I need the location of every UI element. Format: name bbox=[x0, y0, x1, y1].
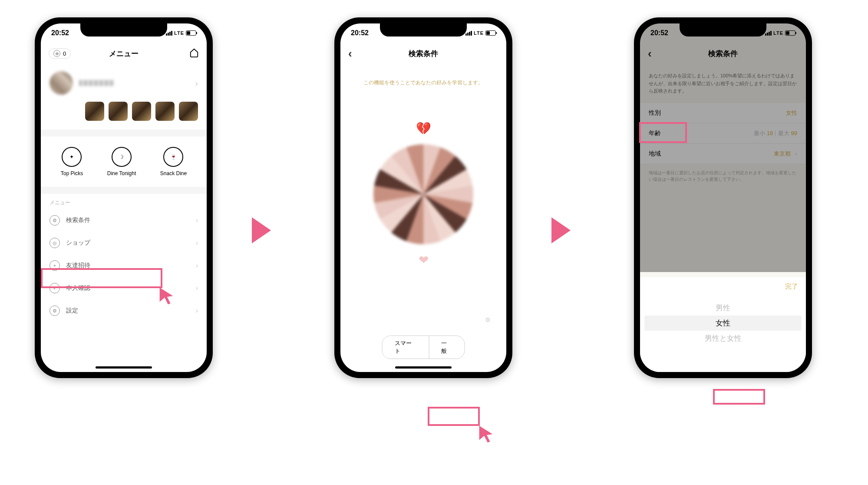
network-label: LTE bbox=[174, 30, 184, 36]
notch bbox=[680, 23, 766, 37]
chevron-right-icon: › bbox=[196, 216, 198, 224]
divider bbox=[41, 187, 207, 194]
menu-label: 友達招待 bbox=[66, 262, 90, 269]
broken-heart-icon[interactable]: 💔 bbox=[340, 121, 506, 136]
arrow-right-icon bbox=[551, 217, 571, 243]
page-title: メニュー bbox=[109, 49, 139, 59]
verify-icon: ✓ bbox=[50, 283, 60, 293]
battery-icon bbox=[186, 30, 196, 36]
notch bbox=[380, 23, 467, 37]
coin-count: 0 bbox=[63, 50, 66, 57]
menu-item-search[interactable]: ⚙ 検索条件 › bbox=[41, 209, 207, 232]
profile-photo[interactable] bbox=[373, 144, 473, 244]
chevron-right-icon: › bbox=[196, 284, 198, 292]
header: ‹ 検索条件 bbox=[340, 43, 506, 64]
battery-icon bbox=[485, 30, 496, 36]
page-title: 検索条件 bbox=[409, 49, 438, 59]
screen-search-smart: 20:52 LTE ‹ 検索条件 この機能を使うことであなたの好みを学習します。… bbox=[340, 23, 506, 372]
dim-overlay[interactable] bbox=[640, 23, 806, 272]
gear-icon: ⚙ bbox=[50, 306, 60, 316]
phone-search-general: 20:52 LTE ‹ 検索条件 あなたの好みを設定しましょう。100%希望に添… bbox=[634, 17, 812, 378]
thumbnail-row bbox=[41, 102, 207, 130]
menu-item-settings[interactable]: ⚙ 設定 › bbox=[41, 299, 207, 322]
screen-search-general: 20:52 LTE ‹ 検索条件 あなたの好みを設定しましょう。100%希望に添… bbox=[640, 23, 806, 372]
action-label: Dine Tonight bbox=[107, 170, 136, 176]
chevron-right-icon: › bbox=[196, 262, 198, 269]
home-indicator[interactable] bbox=[96, 366, 152, 369]
notch bbox=[80, 23, 167, 37]
coin-icon: ◎ bbox=[53, 50, 60, 57]
cursor-icon bbox=[476, 424, 496, 446]
back-button[interactable]: ‹ bbox=[348, 47, 352, 60]
action-snack-dine[interactable]: 🍷 Snack Dine bbox=[160, 147, 187, 176]
picker-done-button[interactable]: 完了 bbox=[785, 282, 798, 291]
tab-row: スマート 一般 bbox=[382, 336, 465, 359]
picker-toolbar: 完了 bbox=[640, 277, 806, 296]
picker-option-both[interactable]: 男性と女性 bbox=[640, 331, 806, 346]
glass-icon: 🍷 bbox=[163, 147, 183, 167]
home-indicator[interactable] bbox=[395, 366, 452, 369]
invite-icon: + bbox=[50, 260, 60, 271]
action-label: Top Picks bbox=[61, 170, 83, 176]
tab-general[interactable]: 一般 bbox=[429, 336, 464, 359]
thumbnail[interactable] bbox=[85, 102, 104, 121]
chevron-right-icon: › bbox=[196, 239, 198, 247]
filter-icon[interactable]: ⚙ bbox=[485, 316, 491, 323]
menu-item-shop[interactable]: ◎ ショップ › bbox=[41, 232, 207, 254]
heart-icon[interactable]: ❤ bbox=[340, 253, 506, 267]
divider bbox=[41, 130, 207, 136]
header: ◎ 0 メニュー bbox=[41, 43, 207, 64]
coin-badge[interactable]: ◎ 0 bbox=[49, 48, 71, 59]
profile-row[interactable]: › bbox=[41, 64, 207, 102]
network-label: LTE bbox=[474, 30, 484, 36]
username bbox=[79, 80, 114, 86]
screen-menu: 20:52 LTE ◎ 0 メニュー › bbox=[41, 23, 207, 372]
cursor-icon bbox=[156, 286, 176, 308]
highlight-picker-both bbox=[713, 389, 765, 405]
section-label: メニュー bbox=[41, 194, 207, 209]
description: この機能を使うことであなたの好みを学習します。 bbox=[340, 64, 506, 91]
action-label: Snack Dine bbox=[160, 170, 187, 176]
menu-label: 設定 bbox=[66, 307, 78, 315]
highlight-general-tab bbox=[428, 407, 480, 426]
thumbnail[interactable] bbox=[132, 102, 151, 121]
arrow-right-icon bbox=[252, 217, 271, 243]
signal-icon bbox=[166, 31, 172, 36]
thumbnail[interactable] bbox=[179, 102, 198, 121]
status-time: 20:52 bbox=[51, 29, 69, 37]
chevron-right-icon: › bbox=[195, 78, 198, 88]
thumbnail[interactable] bbox=[109, 102, 128, 121]
menu-label: 本人確認 bbox=[66, 284, 90, 292]
phone-menu: 20:52 LTE ◎ 0 メニュー › bbox=[35, 17, 213, 378]
signal-icon bbox=[465, 31, 472, 36]
avatar bbox=[50, 71, 73, 95]
phone-search-smart: 20:52 LTE ‹ 検索条件 この機能を使うことであなたの好みを学習します。… bbox=[334, 17, 512, 378]
picker-options[interactable]: 男性 女性 男性と女性 bbox=[640, 296, 806, 355]
thumbnail[interactable] bbox=[155, 102, 175, 121]
action-top-picks[interactable]: ✦ Top Picks bbox=[61, 147, 83, 176]
home-icon bbox=[189, 48, 199, 57]
menu-label: 検索条件 bbox=[66, 216, 90, 224]
tab-smart[interactable]: スマート bbox=[383, 336, 429, 359]
shop-icon: ◎ bbox=[50, 238, 60, 248]
action-row: ✦ Top Picks ☽ Dine Tonight 🍷 Snack Dine bbox=[41, 136, 207, 187]
menu-label: ショップ bbox=[66, 239, 90, 247]
menu-item-verify[interactable]: ✓ 本人確認 › bbox=[41, 277, 207, 299]
status-icons: LTE bbox=[465, 30, 496, 36]
status-icons: LTE bbox=[166, 30, 196, 36]
chevron-right-icon: › bbox=[196, 307, 198, 315]
status-time: 20:52 bbox=[351, 29, 369, 37]
picker-option-female[interactable]: 女性 bbox=[644, 316, 802, 331]
star-icon: ✦ bbox=[62, 147, 82, 167]
sliders-icon: ⚙ bbox=[50, 215, 60, 226]
action-dine-tonight[interactable]: ☽ Dine Tonight bbox=[107, 147, 136, 176]
menu-item-invite[interactable]: + 友達招待 › bbox=[41, 254, 207, 277]
gender-picker: 完了 男性 女性 男性と女性 bbox=[640, 277, 806, 372]
moon-icon: ☽ bbox=[112, 147, 132, 167]
home-button[interactable] bbox=[189, 48, 199, 60]
picker-option-male[interactable]: 男性 bbox=[640, 300, 806, 316]
